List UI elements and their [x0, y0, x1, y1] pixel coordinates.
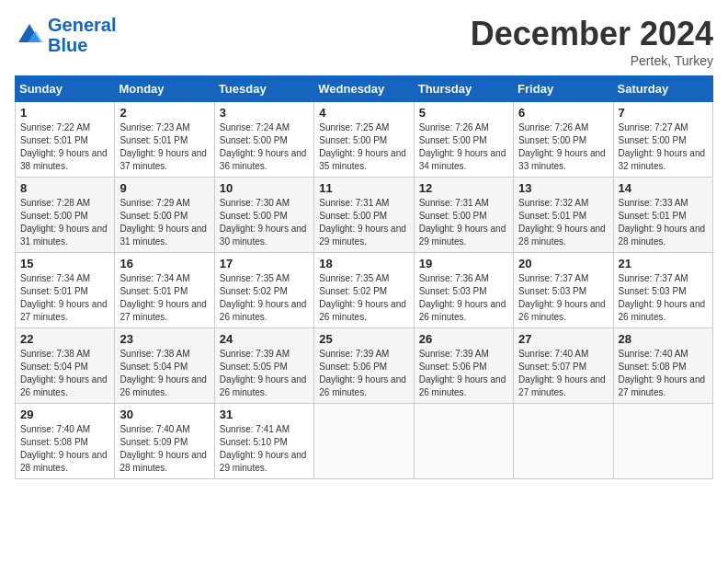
logo-text: General Blue	[48, 15, 116, 55]
cell-info: Sunrise: 7:23 AMSunset: 5:01 PMDaylight:…	[119, 122, 207, 171]
cell-info: Sunrise: 7:40 AMSunset: 5:07 PMDaylight:…	[518, 349, 606, 397]
day-number: 5	[419, 106, 508, 120]
calendar-cell: 28 Sunrise: 7:40 AMSunset: 5:08 PMDaylig…	[613, 328, 712, 404]
cell-info: Sunrise: 7:25 AMSunset: 5:00 PMDaylight:…	[319, 122, 406, 171]
day-of-week-header: Tuesday	[214, 76, 313, 102]
calendar-week-row: 1 Sunrise: 7:22 AMSunset: 5:01 PMDayligh…	[16, 102, 713, 178]
day-number: 10	[220, 181, 309, 195]
day-number: 13	[518, 181, 608, 195]
cell-info: Sunrise: 7:34 AMSunset: 5:01 PMDaylight:…	[20, 273, 108, 322]
day-of-week-header: Friday	[514, 76, 613, 102]
logo: General Blue	[15, 15, 116, 55]
calendar-cell: 26 Sunrise: 7:39 AMSunset: 5:06 PMDaylig…	[414, 328, 513, 404]
cell-info: Sunrise: 7:30 AMSunset: 5:00 PMDaylight:…	[220, 198, 307, 247]
day-of-week-header: Sunday	[16, 76, 115, 102]
calendar-cell: 16 Sunrise: 7:34 AMSunset: 5:01 PMDaylig…	[115, 253, 214, 328]
day-number: 30	[119, 408, 209, 421]
month-title: December 2024	[471, 15, 713, 53]
cell-info: Sunrise: 7:26 AMSunset: 5:00 PMDaylight:…	[518, 122, 606, 171]
day-of-week-header: Monday	[115, 76, 214, 102]
cell-info: Sunrise: 7:27 AMSunset: 5:00 PMDaylight:…	[619, 122, 706, 171]
day-of-week-header: Wednesday	[314, 76, 414, 102]
calendar-cell: 1 Sunrise: 7:22 AMSunset: 5:01 PMDayligh…	[16, 102, 115, 178]
cell-info: Sunrise: 7:38 AMSunset: 5:04 PMDaylight:…	[20, 349, 108, 397]
cell-info: Sunrise: 7:39 AMSunset: 5:06 PMDaylight:…	[419, 349, 506, 397]
day-of-week-header: Saturday	[613, 76, 712, 102]
day-number: 6	[518, 106, 608, 120]
calendar-cell: 27 Sunrise: 7:40 AMSunset: 5:07 PMDaylig…	[514, 328, 613, 404]
cell-info: Sunrise: 7:37 AMSunset: 5:03 PMDaylight:…	[619, 273, 706, 322]
cell-info: Sunrise: 7:26 AMSunset: 5:00 PMDaylight:…	[419, 122, 506, 171]
title-block: December 2024 Pertek, Turkey	[471, 15, 713, 68]
day-number: 26	[419, 332, 508, 346]
calendar-week-row: 29 Sunrise: 7:40 AMSunset: 5:08 PMDaylig…	[16, 404, 713, 479]
day-number: 28	[619, 332, 708, 346]
calendar-cell: 10 Sunrise: 7:30 AMSunset: 5:00 PMDaylig…	[214, 178, 313, 253]
cell-info: Sunrise: 7:35 AMSunset: 5:02 PMDaylight:…	[220, 273, 307, 322]
calendar-cell: 2 Sunrise: 7:23 AMSunset: 5:01 PMDayligh…	[115, 102, 214, 178]
day-number: 21	[619, 257, 708, 270]
calendar-cell: 6 Sunrise: 7:26 AMSunset: 5:00 PMDayligh…	[514, 102, 613, 178]
cell-info: Sunrise: 7:40 AMSunset: 5:08 PMDaylight:…	[619, 349, 706, 397]
day-number: 18	[319, 257, 408, 270]
day-number: 20	[518, 257, 608, 270]
cell-info: Sunrise: 7:28 AMSunset: 5:00 PMDaylight:…	[20, 198, 108, 247]
cell-info: Sunrise: 7:41 AMSunset: 5:10 PMDaylight:…	[220, 424, 307, 473]
cell-info: Sunrise: 7:39 AMSunset: 5:05 PMDaylight:…	[220, 349, 307, 397]
day-number: 23	[119, 332, 209, 346]
day-of-week-header: Thursday	[414, 76, 513, 102]
calendar-header-row: SundayMondayTuesdayWednesdayThursdayFrid…	[16, 76, 713, 102]
day-number: 12	[419, 181, 508, 195]
calendar-cell: 20 Sunrise: 7:37 AMSunset: 5:03 PMDaylig…	[514, 253, 613, 328]
calendar-week-row: 15 Sunrise: 7:34 AMSunset: 5:01 PMDaylig…	[16, 253, 713, 328]
calendar-cell: 25 Sunrise: 7:39 AMSunset: 5:06 PMDaylig…	[314, 328, 414, 404]
day-number: 24	[220, 332, 309, 346]
day-number: 22	[20, 332, 109, 346]
cell-info: Sunrise: 7:36 AMSunset: 5:03 PMDaylight:…	[419, 273, 506, 322]
cell-info: Sunrise: 7:38 AMSunset: 5:04 PMDaylight:…	[119, 349, 207, 397]
calendar-cell	[314, 404, 414, 479]
calendar-cell: 13 Sunrise: 7:32 AMSunset: 5:01 PMDaylig…	[514, 178, 613, 253]
day-number: 17	[220, 257, 309, 270]
calendar-cell: 29 Sunrise: 7:40 AMSunset: 5:08 PMDaylig…	[16, 404, 115, 479]
day-number: 2	[119, 106, 209, 120]
calendar-cell: 5 Sunrise: 7:26 AMSunset: 5:00 PMDayligh…	[414, 102, 513, 178]
calendar-cell	[613, 404, 712, 479]
day-number: 7	[619, 106, 708, 120]
calendar-body: 1 Sunrise: 7:22 AMSunset: 5:01 PMDayligh…	[16, 102, 713, 479]
cell-info: Sunrise: 7:40 AMSunset: 5:08 PMDaylight:…	[20, 424, 108, 473]
cell-info: Sunrise: 7:35 AMSunset: 5:02 PMDaylight:…	[319, 273, 406, 322]
day-number: 4	[319, 106, 408, 120]
calendar-cell: 19 Sunrise: 7:36 AMSunset: 5:03 PMDaylig…	[414, 253, 513, 328]
calendar-cell: 7 Sunrise: 7:27 AMSunset: 5:00 PMDayligh…	[613, 102, 712, 178]
day-number: 11	[319, 181, 408, 195]
calendar-cell	[514, 404, 613, 479]
calendar-cell: 30 Sunrise: 7:40 AMSunset: 5:09 PMDaylig…	[115, 404, 214, 479]
day-number: 31	[220, 408, 309, 421]
cell-info: Sunrise: 7:22 AMSunset: 5:01 PMDaylight:…	[20, 122, 108, 171]
cell-info: Sunrise: 7:39 AMSunset: 5:06 PMDaylight:…	[319, 349, 406, 397]
day-number: 9	[119, 181, 209, 195]
calendar-cell: 22 Sunrise: 7:38 AMSunset: 5:04 PMDaylig…	[16, 328, 115, 404]
calendar-week-row: 22 Sunrise: 7:38 AMSunset: 5:04 PMDaylig…	[16, 328, 713, 404]
calendar-cell: 23 Sunrise: 7:38 AMSunset: 5:04 PMDaylig…	[115, 328, 214, 404]
day-number: 3	[220, 106, 309, 120]
day-number: 29	[20, 408, 109, 421]
calendar-cell: 24 Sunrise: 7:39 AMSunset: 5:05 PMDaylig…	[214, 328, 313, 404]
day-number: 19	[419, 257, 508, 270]
logo-line2: Blue	[48, 35, 87, 55]
logo-icon	[15, 20, 44, 50]
cell-info: Sunrise: 7:33 AMSunset: 5:01 PMDaylight:…	[619, 198, 706, 247]
calendar-cell: 17 Sunrise: 7:35 AMSunset: 5:02 PMDaylig…	[214, 253, 313, 328]
day-number: 1	[20, 106, 109, 120]
calendar-cell: 15 Sunrise: 7:34 AMSunset: 5:01 PMDaylig…	[16, 253, 115, 328]
page-header: General Blue December 2024 Pertek, Turke…	[15, 15, 713, 68]
location-subtitle: Pertek, Turkey	[471, 53, 713, 68]
calendar-cell	[414, 404, 513, 479]
logo-line1: General	[48, 15, 116, 35]
cell-info: Sunrise: 7:34 AMSunset: 5:01 PMDaylight:…	[119, 273, 207, 322]
cell-info: Sunrise: 7:40 AMSunset: 5:09 PMDaylight:…	[119, 424, 207, 473]
day-number: 15	[20, 257, 109, 270]
cell-info: Sunrise: 7:24 AMSunset: 5:00 PMDaylight:…	[220, 122, 307, 171]
day-number: 25	[319, 332, 408, 346]
